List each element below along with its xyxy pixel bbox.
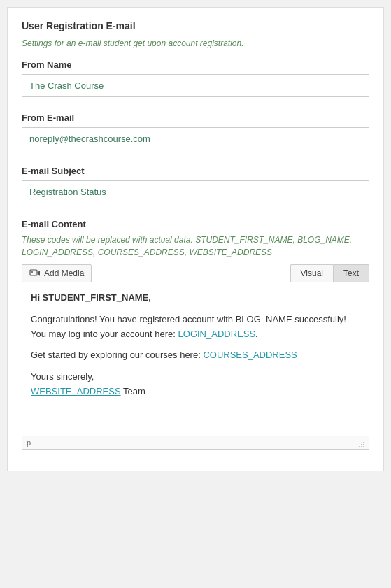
tab-text[interactable]: Text — [333, 264, 369, 282]
courses-address-link[interactable]: COURSES_ADDRESS — [203, 350, 297, 360]
editor-toolbar: Add Media Visual Text — [22, 264, 369, 282]
from-name-group: From Name — [22, 59, 369, 108]
email-subject-group: E-mail Subject — [22, 166, 369, 215]
svg-line-5 — [363, 446, 364, 447]
editor-line-3: Get started by exploring our courses her… — [31, 348, 360, 363]
editor-path: p — [27, 438, 31, 447]
from-name-input[interactable] — [22, 74, 369, 97]
editor-tabs: Visual Text — [290, 264, 369, 282]
main-container: User Registration E-mail Settings for an… — [7, 7, 384, 471]
codes-note: These codes will be replaced with actual… — [22, 234, 369, 259]
from-email-input[interactable] — [22, 127, 369, 150]
section-title: User Registration E-mail — [22, 20, 369, 31]
svg-rect-0 — [30, 270, 37, 275]
email-content-label: E-mail Content — [22, 219, 369, 229]
editor-line-4: Yours sincerely, WEBSITE_ADDRESS Team — [31, 370, 360, 399]
email-subject-input[interactable] — [22, 180, 369, 203]
website-address-link[interactable]: WEBSITE_ADDRESS — [31, 386, 121, 396]
email-editor-content: Hi STUDENT_FIRST_NAME, Congratulations! … — [31, 291, 360, 399]
editor-footer: p — [22, 436, 369, 450]
settings-note: Settings for an e-mail student get upon … — [22, 38, 369, 48]
from-name-label: From Name — [22, 59, 369, 70]
login-address-link[interactable]: LOGIN_ADDRESS — [178, 329, 256, 339]
tab-visual[interactable]: Visual — [290, 264, 333, 282]
svg-point-2 — [31, 271, 33, 273]
from-email-label: From E-mail — [22, 113, 369, 123]
add-media-label: Add Media — [44, 268, 84, 278]
email-subject-label: E-mail Subject — [22, 166, 369, 176]
media-icon — [29, 268, 41, 279]
editor-line-1: Hi STUDENT_FIRST_NAME, — [31, 291, 360, 306]
add-media-button[interactable]: Add Media — [22, 264, 92, 282]
editor-line-2: Congratulations! You have registered acc… — [31, 313, 360, 342]
email-content-group: E-mail Content These codes will be repla… — [22, 219, 369, 450]
email-editor-area[interactable]: Hi STUDENT_FIRST_NAME, Congratulations! … — [22, 282, 369, 436]
resize-handle[interactable] — [357, 439, 364, 446]
from-email-group: From E-mail — [22, 113, 369, 162]
